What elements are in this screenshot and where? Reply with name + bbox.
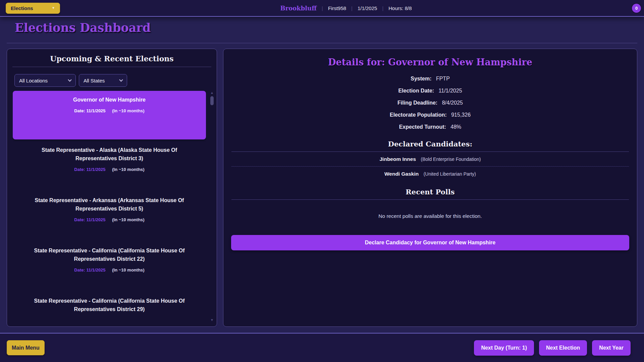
- next-day-button[interactable]: Next Day (Turn: 1): [474, 340, 534, 356]
- list-scrollbar[interactable]: ▲ ▼: [210, 91, 214, 322]
- candidate-party: (Bold Enterprise Foundation): [421, 157, 481, 162]
- field-value: 8/4/2025: [442, 100, 463, 106]
- election-item-date-row: Date: 11/1/2025 (In ~10 months): [28, 217, 191, 222]
- field-label: Election Date:: [398, 88, 434, 94]
- scroll-up-icon[interactable]: ▲: [210, 91, 214, 95]
- town-name: Brookbluff: [280, 5, 317, 12]
- detail-field-electorate-population: Electorate Population: 915,326: [223, 109, 637, 121]
- next-election-button[interactable]: Next Election: [539, 340, 587, 356]
- next-year-button[interactable]: Next Year: [592, 340, 631, 356]
- candidate-party: (United Libertarian Party): [424, 171, 476, 177]
- chevron-down-icon: [68, 78, 71, 81]
- elections-list-panel: Upcoming & Recent Elections All Location…: [7, 49, 217, 327]
- election-item-relative-time: (In ~10 months): [112, 108, 144, 113]
- scroll-down-icon[interactable]: ▼: [210, 318, 214, 322]
- election-item-title: State Representative - California (Calif…: [28, 297, 191, 313]
- hours-remaining: Hours: 8/8: [388, 5, 412, 11]
- election-item-date-row: Date: 11/1/2025 (In ~10 months): [28, 167, 191, 172]
- separator: |: [322, 5, 323, 11]
- field-value: 915,326: [451, 112, 471, 118]
- panel-heading-divider: [12, 67, 211, 67]
- election-item-title: Governor of New Hampshire: [28, 96, 191, 104]
- field-value: 11/1/2025: [439, 88, 462, 94]
- location-filter-value: All Locations: [19, 78, 48, 83]
- bottom-bar: Main Menu Next Day (Turn: 1) Next Electi…: [0, 333, 644, 362]
- location-filter-select[interactable]: All Locations: [14, 74, 76, 87]
- detail-field-expected-turnout: Expected Turnout: 48%: [223, 121, 637, 133]
- election-item-date: Date: 11/1/2025: [74, 267, 105, 273]
- election-item-relative-time: (In ~10 months): [112, 217, 144, 222]
- detail-field-election-date: Election Date: 11/1/2025: [223, 85, 637, 97]
- state-filter-select[interactable]: All States: [79, 74, 127, 87]
- election-list: Governor of New Hampshire Date: 11/1/202…: [13, 91, 206, 316]
- detail-field-filing-deadline: Filing Deadline: 8/4/2025: [223, 97, 637, 109]
- separator: |: [382, 5, 383, 11]
- detail-field-system: System: FPTP: [223, 73, 637, 85]
- election-list-item[interactable]: State Representative - California (Calif…: [13, 292, 206, 316]
- details-fields: System: FPTP Election Date: 11/1/2025 Fi…: [223, 73, 637, 133]
- dropdown-arrow-icon: ▼: [52, 6, 55, 10]
- candidate-row: Wendi Gaskin (United Libertarian Party): [231, 166, 629, 181]
- nav-elections-dropdown[interactable]: Elections ▼: [6, 3, 60, 14]
- election-list-item[interactable]: State Representative - Alaska (Alaska St…: [13, 141, 206, 190]
- candidate-name: Jinbeom Innes: [380, 156, 416, 162]
- election-list-item-selected[interactable]: Governor of New Hampshire Date: 11/1/202…: [13, 91, 206, 139]
- candidate-row: Jinbeom Innes (Bold Enterprise Foundatio…: [231, 152, 629, 166]
- candidates-list: Jinbeom Innes (Bold Enterprise Foundatio…: [231, 152, 629, 181]
- declare-candidacy-button[interactable]: Declare Candidacy for Governor of New Ha…: [231, 235, 629, 250]
- election-filters: All Locations All States: [14, 74, 217, 87]
- elections-panel-title: Upcoming & Recent Elections: [10, 54, 213, 63]
- details-title: Details for: Governor of New Hampshire: [230, 57, 630, 67]
- election-item-date-row: Date: 11/1/2025 (In ~10 months): [28, 267, 191, 273]
- polls-empty-message: No recent polls are available for this e…: [223, 213, 637, 219]
- field-value: FPTP: [436, 76, 450, 81]
- title-divider: [7, 43, 637, 43]
- declared-candidates-heading: Declared Candidates:: [223, 140, 637, 148]
- chevron-down-icon: [119, 78, 123, 81]
- election-item-title: State Representative - Arkansas (Arkansa…: [28, 196, 191, 213]
- separator: |: [351, 5, 353, 11]
- main-menu-button[interactable]: Main Menu: [7, 340, 45, 355]
- field-label: System:: [411, 76, 431, 81]
- polls-divider: [231, 199, 629, 200]
- top-bar: Elections ▼ Brookbluff | First958 | 1/1/…: [0, 0, 644, 17]
- election-item-date: Date: 11/1/2025: [74, 108, 105, 113]
- field-label: Filing Deadline:: [397, 100, 437, 106]
- field-label: Electorate Population:: [390, 112, 447, 118]
- election-item-title: State Representative - California (Calif…: [28, 246, 191, 263]
- election-item-date-row: Date: 11/1/2025 (In ~10 months): [28, 108, 191, 113]
- turn-controls: Next Day (Turn: 1) Next Election Next Ye…: [474, 340, 631, 356]
- current-date: 1/1/2025: [358, 5, 377, 11]
- notification-badge[interactable]: 0: [632, 4, 641, 13]
- state-filter-value: All States: [84, 78, 105, 83]
- recent-polls-heading: Recent Polls: [223, 188, 637, 196]
- election-item-relative-time: (In ~10 months): [112, 267, 144, 273]
- election-list-item[interactable]: State Representative - California (Calif…: [13, 242, 206, 290]
- nav-dropdown-label: Elections: [11, 5, 33, 11]
- player-name: First958: [328, 5, 346, 11]
- candidate-name: Wendi Gaskin: [384, 171, 419, 177]
- field-label: Expected Turnout:: [399, 124, 446, 130]
- dashboard-panels: Upcoming & Recent Elections All Location…: [7, 49, 637, 327]
- scrollbar-thumb[interactable]: [210, 96, 214, 105]
- election-item-title: State Representative - Alaska (Alaska St…: [28, 146, 191, 163]
- field-value: 48%: [450, 124, 461, 130]
- election-item-date: Date: 11/1/2025: [74, 217, 105, 222]
- election-details-panel: Details for: Governor of New Hampshire S…: [223, 49, 637, 327]
- election-item-relative-time: (In ~10 months): [112, 167, 144, 172]
- page-title: Elections Dashboard: [15, 21, 151, 35]
- election-item-date: Date: 11/1/2025: [74, 167, 105, 172]
- election-list-item[interactable]: State Representative - Arkansas (Arkansa…: [13, 191, 206, 240]
- top-status-bar: Brookbluff | First958 | 1/1/2025 | Hours…: [60, 5, 632, 12]
